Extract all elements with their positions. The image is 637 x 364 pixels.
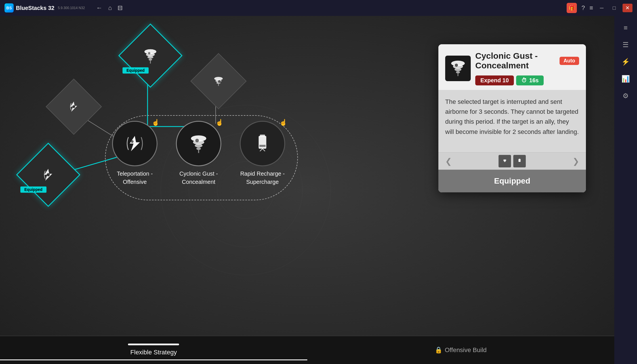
app-version: 5.9.300.1014 N32 <box>58 6 85 10</box>
right-sidebar: ≡ ☰ ⚡ 📊 ⚙ <box>614 16 637 364</box>
nav-controls: ← ⌂ ⊟ <box>96 4 123 12</box>
skill-icon-box <box>445 56 471 81</box>
flexible-strategy-label: Flexible Strategy <box>130 349 177 356</box>
sidebar-icon-5[interactable]: ⚙ <box>618 89 633 103</box>
sidebar-icon-3[interactable]: ⚡ <box>618 54 633 69</box>
svg-point-18 <box>219 81 220 82</box>
cursor-icon-center: ☝ <box>216 119 223 126</box>
app-logo: BS BlueStacks 32 5.9.300.1014 N32 <box>5 3 85 12</box>
svg-point-19 <box>72 105 75 108</box>
maximize-button[interactable]: □ <box>610 4 618 12</box>
back-button[interactable]: ← <box>96 4 102 12</box>
tab-indicator <box>128 344 179 345</box>
expend-badge: Expend 10 <box>475 75 514 85</box>
skill-title-area: Cyclonic Gust - Concealment Auto Expend … <box>475 51 579 85</box>
rapid-recharge-label: Rapid Recharge - Supercharge <box>240 170 285 186</box>
gift-button[interactable]: 🎁 <box>567 3 577 13</box>
svg-point-9 <box>148 56 154 59</box>
windows-button[interactable]: ⊟ <box>117 4 123 12</box>
rapid-recharge-node[interactable]: ☝ Rapid Recharge - Supercharge <box>240 121 285 186</box>
left-middle-node[interactable] <box>54 87 94 127</box>
skill-description: The selected target is interrupted and s… <box>438 90 586 152</box>
svg-point-41 <box>504 161 506 161</box>
nav-icon-1[interactable] <box>499 155 511 167</box>
nav-icons <box>499 155 526 167</box>
timer-icon: ⏱ <box>521 77 527 84</box>
skill-description-text: The selected target is interrupted and s… <box>445 98 579 135</box>
help-button[interactable]: ? <box>581 4 585 12</box>
nav-icon-2[interactable] <box>513 155 526 167</box>
svg-point-36 <box>455 68 461 71</box>
skill-stats: Expend 10 ⏱ 16s <box>475 75 579 85</box>
top-equipped-node[interactable]: Equipped <box>128 33 173 78</box>
time-badge: ⏱ 16s <box>516 75 544 85</box>
next-arrow[interactable]: ❯ <box>573 157 579 166</box>
window-controls: 🎁 ? ≡ ─ □ ✕ <box>567 3 632 13</box>
svg-rect-11 <box>150 61 151 64</box>
menu-button[interactable]: ≡ <box>590 4 593 12</box>
svg-point-22 <box>132 141 133 142</box>
cyclonic-gust-label: Cyclonic Gust - Concealment <box>179 170 218 186</box>
home-button[interactable]: ⌂ <box>108 4 112 12</box>
svg-point-20 <box>47 173 50 176</box>
svg-point-37 <box>456 71 460 73</box>
cursor-icon-right: ☝ <box>279 119 287 126</box>
teleportation-label: Teleportation - Offensive <box>117 170 153 186</box>
teleportation-offensive-node[interactable]: ☝ Teleportation - Offensive <box>112 121 157 186</box>
svg-rect-16 <box>218 84 219 86</box>
equipped-button[interactable]: Equipped <box>438 170 586 192</box>
cyclonic-gust-concealment-node[interactable]: ☝ Cyclonic Gust - Concealment <box>176 121 221 186</box>
flexible-strategy-tab[interactable]: Flexible Strategy <box>0 340 307 360</box>
svg-rect-43 <box>518 159 520 162</box>
game-area: Equipped <box>0 16 614 364</box>
title-bar: BS BlueStacks 32 5.9.300.1014 N32 ← ⌂ ⊟ … <box>0 0 637 16</box>
auto-badge: Auto <box>560 57 579 65</box>
svg-rect-42 <box>505 162 505 162</box>
svg-rect-27 <box>198 150 199 153</box>
sidebar-icon-2[interactable]: ☰ <box>618 37 633 52</box>
svg-point-26 <box>196 148 201 150</box>
cursor-icon: ☝ <box>152 119 159 126</box>
skill-panel: Cyclonic Gust - Concealment Auto Expend … <box>438 44 586 192</box>
app-name: BlueStacks 32 <box>16 5 54 11</box>
skill-panel-header: Cyclonic Gust - Concealment Auto Expend … <box>438 44 586 90</box>
skill-nav: ❮ ❯ <box>438 152 586 170</box>
time-value: 16s <box>529 77 539 84</box>
skill-name: Cyclonic Gust - Concealment <box>475 51 556 70</box>
middle-right-node[interactable] <box>199 61 238 101</box>
sidebar-icon-4[interactable]: 📊 <box>618 71 633 86</box>
bottom-equipped-node[interactable]: Equipped <box>26 152 71 197</box>
svg-rect-30 <box>260 135 265 137</box>
bluestacks-logo-icon: BS <box>5 3 14 12</box>
close-button[interactable]: ✕ <box>623 4 632 12</box>
svg-point-10 <box>149 59 152 61</box>
prev-arrow[interactable]: ❮ <box>445 157 452 166</box>
svg-rect-44 <box>519 159 520 159</box>
offensive-build-label: 🔒 Offensive Build <box>435 346 487 354</box>
svg-rect-31 <box>259 145 266 147</box>
bottom-equipped-badge: Equipped <box>20 186 47 193</box>
svg-point-40 <box>503 159 506 161</box>
offensive-build-tab[interactable]: 🔒 Offensive Build <box>307 343 615 357</box>
bottom-bar: Flexible Strategy 🔒 Offensive Build <box>0 336 614 364</box>
sidebar-icon-1[interactable]: ≡ <box>618 20 633 35</box>
svg-line-32 <box>260 149 262 151</box>
svg-point-28 <box>195 139 199 142</box>
svg-point-39 <box>455 64 458 67</box>
lock-icon: 🔒 <box>435 346 442 354</box>
minimize-button[interactable]: ─ <box>598 4 606 12</box>
svg-line-33 <box>262 149 265 151</box>
svg-point-25 <box>195 144 203 148</box>
top-equipped-badge: Equipped <box>123 67 149 73</box>
svg-rect-38 <box>457 73 458 76</box>
